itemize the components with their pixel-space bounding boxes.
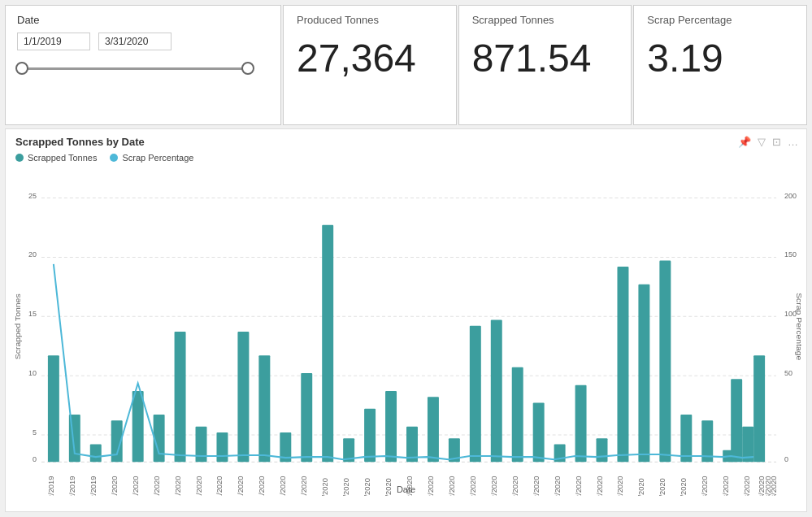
svg-rect-25 xyxy=(216,432,228,462)
slider-fill xyxy=(17,67,253,70)
svg-text:12/02/2020: 12/02/2020 xyxy=(427,476,435,496)
svg-rect-37 xyxy=(470,326,481,463)
svg-text:150: 150 xyxy=(784,250,797,258)
bars xyxy=(48,225,765,462)
svg-text:24/02/2020: 24/02/2020 xyxy=(554,476,562,496)
svg-text:3/02/2020: 3/02/2020 xyxy=(342,478,350,496)
pin-icon[interactable]: 📌 xyxy=(738,136,751,148)
svg-text:16/02/2020: 16/02/2020 xyxy=(469,476,477,496)
svg-text:13/01/2020: 13/01/2020 xyxy=(132,476,140,496)
svg-text:20: 20 xyxy=(28,250,37,258)
svg-rect-35 xyxy=(428,397,439,462)
svg-text:13/02/2020: 13/02/2020 xyxy=(448,476,456,496)
filter-icon[interactable]: ▽ xyxy=(758,136,766,148)
produced-label: Produced Tonnes xyxy=(297,14,379,26)
svg-text:15/03/2020: 15/03/2020 xyxy=(701,476,709,496)
svg-text:29/01/2020: 29/01/2020 xyxy=(279,476,287,496)
svg-rect-21 xyxy=(132,391,144,462)
date-card: Date xyxy=(5,5,281,125)
scrapped-label: Scrapped Tonnes xyxy=(472,14,554,26)
svg-rect-40 xyxy=(533,402,545,462)
chart-icons: 📌 ▽ ⊡ … xyxy=(738,136,798,148)
svg-text:15: 15 xyxy=(28,310,37,318)
svg-rect-17 xyxy=(48,355,59,462)
legend-label-scrapped: Scrapped Tonnes xyxy=(28,153,97,163)
slider-thumb-left[interactable] xyxy=(15,62,28,75)
legend-dot-blue xyxy=(110,154,118,162)
date-start-input[interactable] xyxy=(17,33,90,50)
expand-icon[interactable]: ⊡ xyxy=(772,136,781,148)
svg-text:19/02/2020: 19/02/2020 xyxy=(511,476,519,496)
svg-text:Scrapped Tonnes: Scrapped Tonnes xyxy=(13,293,22,359)
svg-rect-32 xyxy=(364,409,376,463)
legend-scrapped-tonnes: Scrapped Tonnes xyxy=(15,153,97,163)
slider-thumb-right[interactable] xyxy=(241,62,254,75)
scrap-pct-value: 3.19 xyxy=(647,36,723,80)
dashboard: Date Produced Tonnes 27,364 Scrapped Ton… xyxy=(0,0,812,517)
svg-text:25: 25 xyxy=(28,191,37,199)
svg-text:18/12/2019: 18/12/2019 xyxy=(68,476,76,496)
svg-rect-46 xyxy=(659,261,671,463)
svg-text:27/01/2020: 27/01/2020 xyxy=(258,476,267,496)
svg-text:15/01/2020: 15/01/2020 xyxy=(153,476,161,496)
svg-text:16/01/2020: 16/01/2020 xyxy=(174,476,182,496)
svg-text:19/01/2020: 19/01/2020 xyxy=(195,476,203,496)
svg-text:25/02/2020: 25/02/2020 xyxy=(575,476,583,496)
svg-text:0: 0 xyxy=(33,455,37,463)
svg-text:50: 50 xyxy=(784,369,792,377)
date-title: Date xyxy=(17,14,269,26)
svg-rect-26 xyxy=(237,332,249,462)
svg-text:18/03/2020: 18/03/2020 xyxy=(743,476,751,496)
svg-rect-38 xyxy=(491,319,502,462)
svg-text:17/02/2020: 17/02/2020 xyxy=(490,476,498,496)
svg-rect-23 xyxy=(175,332,186,462)
svg-text:Scrap Percentage: Scrap Percentage xyxy=(795,293,804,361)
svg-rect-44 xyxy=(617,267,628,462)
svg-text:20/01/2020: 20/01/2020 xyxy=(216,476,224,496)
date-slider[interactable] xyxy=(17,59,269,78)
svg-rect-42 xyxy=(575,385,587,463)
svg-rect-50 xyxy=(731,379,742,462)
scrapped-value: 871.54 xyxy=(472,36,592,80)
svg-rect-30 xyxy=(322,225,333,462)
scrap-pct-label: Scrap Percentage xyxy=(647,14,732,26)
chart-svg: .grid-line { stroke: #e0e0e0; stroke-wid… xyxy=(6,166,806,496)
top-row: Date Produced Tonnes 27,364 Scrapped Ton… xyxy=(0,0,812,128)
produced-value: 27,364 xyxy=(297,36,416,80)
legend-label-scrap-pct: Scrap Percentage xyxy=(122,153,193,163)
svg-text:5/02/2020: 5/02/2020 xyxy=(363,478,371,496)
svg-rect-47 xyxy=(680,415,692,462)
svg-rect-19 xyxy=(90,444,102,462)
chart-area: Scrapped Tonnes by Date 📌 ▽ ⊡ … Scrapped… xyxy=(5,128,807,512)
svg-rect-45 xyxy=(638,285,649,463)
slider-track xyxy=(17,67,253,70)
svg-rect-33 xyxy=(385,391,397,462)
svg-text:200: 200 xyxy=(784,191,797,199)
produced-tonnes-card: Produced Tonnes 27,364 xyxy=(283,5,457,125)
svg-text:2/02/2020: 2/02/2020 xyxy=(321,478,329,496)
svg-text:25/03/2020: 25/03/2020 xyxy=(770,476,778,496)
svg-text:30/01/2020: 30/01/2020 xyxy=(300,476,308,496)
svg-rect-29 xyxy=(301,373,312,462)
date-end-input[interactable] xyxy=(98,33,172,50)
svg-text:26/02/2020: 26/02/2020 xyxy=(596,476,604,496)
svg-text:23/02/2020: 23/02/2020 xyxy=(532,476,541,496)
more-icon[interactable]: … xyxy=(788,136,798,148)
chart-body: .grid-line { stroke: #e0e0e0; stroke-wid… xyxy=(6,166,806,496)
svg-text:5/03/2020: 5/03/2020 xyxy=(680,478,688,496)
svg-text:10: 10 xyxy=(28,369,37,377)
chart-title: Scrapped Tonnes by Date xyxy=(6,129,806,151)
date-inputs xyxy=(17,33,269,50)
chart-legend: Scrapped Tonnes Scrap Percentage xyxy=(6,151,806,166)
svg-text:16/03/2020: 16/03/2020 xyxy=(722,476,730,496)
x-axis-label: Date xyxy=(397,484,415,494)
svg-text:27/02/2020: 27/02/2020 xyxy=(617,476,625,496)
scrapped-tonnes-card: Scrapped Tonnes 871.54 xyxy=(458,5,632,125)
svg-text:0: 0 xyxy=(784,455,788,463)
svg-text:9/02/2020: 9/02/2020 xyxy=(384,478,393,496)
svg-text:16/12/2019: 16/12/2019 xyxy=(47,476,55,496)
svg-text:22/01/2020: 22/01/2020 xyxy=(237,476,245,496)
scrap-pct-card: Scrap Percentage 3.19 xyxy=(633,5,807,125)
svg-rect-52 xyxy=(753,355,765,462)
svg-rect-43 xyxy=(597,438,608,462)
